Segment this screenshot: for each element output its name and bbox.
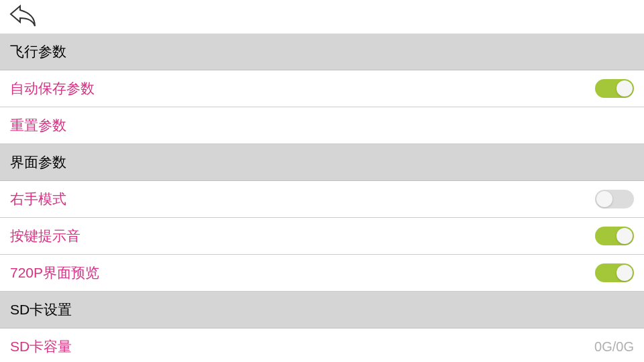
section-header-interface: 界面参数: [0, 144, 644, 181]
toggle-knob: [616, 265, 633, 281]
toggle-720p-preview[interactable]: [595, 263, 634, 282]
row-label: SD卡容量: [10, 337, 72, 356]
section-header-sd-card: SD卡设置: [0, 292, 644, 328]
row-label: 720P界面预览: [10, 263, 99, 282]
back-icon[interactable]: [7, 2, 39, 32]
row-label: 按键提示音: [10, 227, 80, 245]
row-label: 右手模式: [10, 190, 66, 208]
section-header-flight: 飞行参数: [0, 34, 644, 70]
header-bar: [0, 0, 644, 34]
toggle-knob: [616, 80, 633, 97]
toggle-right-hand-mode[interactable]: [595, 190, 634, 208]
toggle-knob: [596, 191, 612, 207]
row-label: 重置参数: [10, 116, 66, 135]
row-reset-params[interactable]: 重置参数: [0, 107, 644, 144]
row-key-sound[interactable]: 按键提示音: [0, 218, 644, 255]
toggle-auto-save[interactable]: [595, 79, 634, 98]
row-right-hand-mode[interactable]: 右手模式: [0, 181, 644, 218]
row-label: 自动保存参数: [10, 79, 95, 98]
row-auto-save[interactable]: 自动保存参数: [0, 70, 644, 107]
row-sd-capacity[interactable]: SD卡容量 0G/0G: [0, 328, 644, 362]
toggle-key-sound[interactable]: [595, 227, 634, 245]
row-720p-preview[interactable]: 720P界面预览: [0, 255, 644, 292]
section-title: 飞行参数: [10, 44, 66, 59]
section-title: SD卡设置: [10, 302, 72, 317]
toggle-knob: [616, 228, 633, 244]
row-value: 0G/0G: [594, 339, 634, 355]
section-title: 界面参数: [10, 154, 66, 170]
